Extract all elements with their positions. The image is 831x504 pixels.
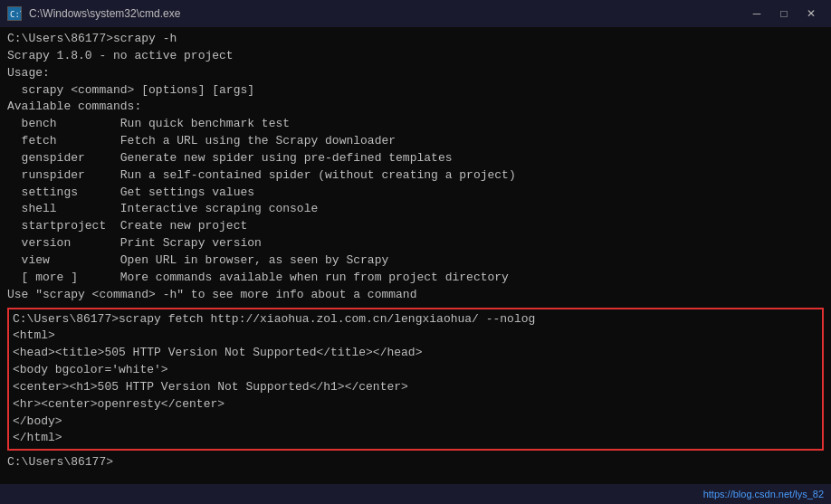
- fetch-output: <html><head><title>505 HTTP Version Not …: [13, 328, 818, 447]
- titlebar-left: C:\ C:\Windows\system32\cmd.exe: [7, 6, 180, 21]
- cmd-icon: C:\: [7, 6, 22, 21]
- minimize-button[interactable]: ─: [744, 1, 769, 26]
- titlebar: C:\ C:\Windows\system32\cmd.exe ─ □ ✕: [0, 0, 831, 27]
- console-line: Available commands:: [7, 99, 824, 116]
- console-line: genspider Generate new spider using pre-…: [7, 150, 824, 167]
- output-line: <body bgcolor='white'>: [13, 362, 818, 379]
- svg-text:C:\: C:\: [10, 10, 21, 19]
- console-output: C:\Users\86177>scrapy -hScrapy 1.8.0 - n…: [7, 31, 824, 304]
- window-controls[interactable]: ─ □ ✕: [744, 1, 824, 26]
- console-line: runspider Run a self-contained spider (w…: [7, 167, 824, 185]
- window-title: C:\Windows\system32\cmd.exe: [29, 7, 180, 20]
- output-line: </body>: [13, 414, 818, 431]
- console-line: scrapy <command> [options] [args]: [7, 82, 824, 100]
- close-button[interactable]: ✕: [798, 1, 824, 26]
- console-line: startproject Create new project: [7, 218, 824, 235]
- output-line: <head><title>505 HTTP Version Not Suppor…: [13, 345, 818, 362]
- output-line: </html>: [13, 430, 818, 447]
- console-body: C:\Users\86177>scrapy -hScrapy 1.8.0 - n…: [0, 27, 831, 484]
- output-line: <hr><center>openresty</center>: [13, 396, 818, 414]
- console-line: shell Interactive scraping console: [7, 201, 824, 218]
- console-line: view Open URL in browser, as seen by Scr…: [7, 252, 824, 270]
- output-line: <html>: [13, 328, 818, 345]
- status-link: https://blog.csdn.net/lys_82: [703, 489, 824, 499]
- console-line: version Print Scrapy version: [7, 235, 824, 252]
- final-prompt: C:\Users\86177>: [7, 454, 824, 471]
- console-line: fetch Fetch a URL using the Scrapy downl…: [7, 133, 824, 150]
- console-line: settings Get settings values: [7, 185, 824, 202]
- fetch-command: C:\Users\86177>scrapy fetch http://xiaoh…: [13, 311, 818, 328]
- console-line: Scrapy 1.8.0 - no active project: [7, 48, 824, 65]
- status-bar: https://blog.csdn.net/lys_82: [0, 484, 831, 504]
- window: C:\ C:\Windows\system32\cmd.exe ─ □ ✕ C:…: [0, 0, 831, 504]
- console-line: Usage:: [7, 65, 824, 82]
- highlighted-output-block: C:\Users\86177>scrapy fetch http://xiaoh…: [7, 308, 824, 452]
- maximize-button[interactable]: □: [771, 1, 797, 26]
- output-line: <center><h1>505 HTTP Version Not Support…: [13, 379, 818, 396]
- console-line: [ more ] More commands available when ru…: [7, 270, 824, 287]
- console-line: C:\Users\86177>scrapy -h: [7, 31, 824, 48]
- console-line: bench Run quick benchmark test: [7, 116, 824, 133]
- console-line: Use "scrapy <command> -h" to see more in…: [7, 287, 824, 304]
